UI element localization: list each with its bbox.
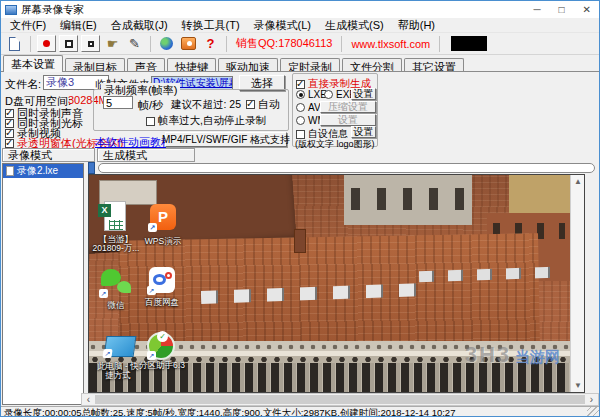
filename-label: 文件名: [5, 77, 41, 92]
baidu-netdisk-icon: ↗ [149, 267, 175, 293]
shortcut-arrow-icon: ↗ [102, 349, 112, 358]
wps-presentation-icon: ↗ [150, 204, 176, 230]
overload-stop-label: 帧率过大,自动停止录制 [158, 114, 266, 128]
tab-driver-accel[interactable]: 驱动加速 [218, 58, 278, 72]
checkbox-icon [296, 80, 305, 89]
menu-generate-mode[interactable]: 生成模式(S) [318, 18, 391, 32]
hand-tool-button[interactable]: ☛ [103, 35, 122, 52]
pen-icon: ✎ [129, 37, 140, 50]
toolbar: ☛ ✎ ? 销售QQ:178046113 www.tlxsoft.com [1, 32, 599, 55]
lxe-settings-button[interactable]: 设置 [351, 88, 376, 100]
sales-qq-text: 销售QQ:178046113 [233, 36, 335, 51]
seek-bar[interactable] [98, 163, 595, 173]
checkbox-icon [246, 100, 255, 109]
menu-file[interactable]: 文件(F) [3, 18, 53, 32]
menu-compose-capture[interactable]: 合成截取(J) [104, 18, 175, 32]
capture-button[interactable] [179, 35, 198, 52]
window-title: 屏幕录像专家 [21, 3, 84, 17]
file-icon [6, 166, 14, 176]
spreadsheet-grid-icon [109, 220, 123, 230]
pause-button[interactable] [81, 35, 100, 52]
toolbar-separator [341, 36, 342, 52]
record-button[interactable] [37, 35, 56, 52]
scroll-down-icon[interactable]: ▼ [571, 379, 585, 392]
direct-generate-group: 直接录制生成 LXE EXE 设置 AVI 压缩设置 WMV 设置 [292, 73, 378, 147]
overload-stop-checkbox[interactable]: 帧率过大,自动停止录制 [146, 114, 266, 128]
stop-icon [65, 40, 73, 48]
help-button[interactable]: ? [201, 35, 220, 52]
radio-icon [296, 90, 305, 99]
this-pc-label-line2: 捷方式 [89, 371, 151, 380]
excel-document-icon: X [100, 201, 126, 233]
copyright-note: (版权文字 logo图形) [295, 138, 375, 151]
toolbar-separator [439, 36, 440, 52]
this-pc-icon: ↗ [104, 336, 137, 357]
watermark-site-text: 当游网 [515, 348, 560, 367]
scroll-left-icon[interactable]: ‹ [82, 394, 95, 405]
basic-settings-panel: 文件名: 临时文件夹: D:\软件试安装\屏幕录像专 选择 D盘可用空间: 30… [1, 71, 599, 148]
menu-convert-tools[interactable]: 转换工具(T) [175, 18, 247, 32]
baidu-label: 百度网盘 [135, 298, 189, 307]
minimize-icon[interactable]: ─ [533, 5, 540, 15]
radio-icon [324, 90, 333, 99]
seek-bar-thumb[interactable] [88, 162, 95, 174]
black-preview-box [451, 36, 487, 51]
maximize-icon[interactable]: □ [559, 5, 565, 15]
preview-area: X 【当游】 201809-万... ↗ WPS演示 ↗ 微信 ↗ 百度网盘 [88, 174, 585, 393]
website-button[interactable] [157, 35, 176, 52]
tab-scheduled-record[interactable]: 定时录制 [280, 58, 340, 72]
tab-record-target[interactable]: 录制目标 [65, 58, 125, 72]
generate-mode-panel-tab[interactable]: 生成模式 [97, 148, 195, 162]
website-link[interactable]: www.tlxsoft.com [348, 38, 433, 50]
tab-file-split[interactable]: 文件分割 [342, 58, 402, 72]
wps-label: WPS演示 [133, 237, 193, 246]
toolbar-separator [226, 36, 227, 52]
chimney [294, 229, 306, 253]
menu-help[interactable]: 帮助(H) [391, 18, 442, 32]
tan-building [509, 175, 570, 217]
custom-info-settings-button[interactable]: 设置 [351, 126, 376, 138]
excel-badge-icon: X [98, 204, 111, 217]
status-text: 录像长度:00:00:05总帧数:25,速度:5帧/秒,宽度:1440,高度:9… [4, 407, 455, 417]
format-lxe-radio[interactable]: LXE [296, 89, 327, 100]
recording-preview-image: X 【当游】 201809-万... ↗ WPS演示 ↗ 微信 ↗ 百度网盘 [89, 175, 570, 392]
menu-edit[interactable]: 编辑(E) [53, 18, 104, 32]
frame-rate-unit: 帧/秒 [138, 98, 163, 113]
shortcut-arrow-icon: ↗ [99, 289, 108, 298]
netdisk-knot-icon [165, 272, 172, 279]
menu-record-mode[interactable]: 录像模式(L) [247, 18, 318, 32]
scrollbar-thumb[interactable] [95, 395, 585, 404]
status-bar: 录像长度:00:00:05总帧数:25,速度:5帧/秒,宽度:1440,高度:9… [1, 406, 599, 417]
watermark: 3H3 当游网 [465, 342, 560, 368]
resize-grip-icon[interactable] [587, 406, 599, 417]
chat-bubble-icon [117, 281, 131, 293]
format-support-button[interactable]: MP4/FLV/SWF/GIF 格式支持 [165, 132, 287, 147]
horizontal-scrollbar[interactable]: ‹ › [81, 393, 599, 406]
tab-other-settings[interactable]: 其它设置 [404, 58, 464, 72]
record-icon [43, 40, 50, 47]
pen-tool-button[interactable]: ✎ [125, 35, 144, 52]
help-icon: ? [207, 36, 215, 51]
tab-basic-settings[interactable]: 基本设置 [3, 55, 63, 72]
new-file-button[interactable] [5, 35, 24, 52]
new-file-icon [9, 37, 20, 51]
gray-building-windows [351, 188, 465, 210]
scroll-up-icon[interactable]: ▲ [571, 175, 585, 188]
shortcut-arrow-icon: ↗ [148, 223, 157, 232]
auto-checkbox[interactable]: 自动 [246, 97, 280, 112]
list-item[interactable]: 录像2.lxe [3, 164, 83, 178]
record-mode-panel-tab[interactable]: 录像模式 [2, 148, 95, 162]
recording-file-list[interactable]: 录像2.lxe [2, 163, 84, 405]
title-bar: 屏幕录像专家 ─ □ ✕ [1, 1, 599, 18]
wechat-label: 微信 [91, 301, 141, 310]
close-icon[interactable]: ✕ [583, 5, 591, 15]
tab-hotkeys[interactable]: 快捷键 [167, 58, 216, 72]
stop-button[interactable] [59, 35, 78, 52]
scroll-right-icon[interactable]: › [585, 394, 598, 405]
vertical-scrollbar[interactable]: ▲ ▼ [570, 175, 584, 392]
radio-icon [296, 103, 305, 112]
tab-sound[interactable]: 声音 [127, 58, 165, 72]
check-badge-icon: ✓ [157, 331, 168, 342]
app-icon [5, 5, 17, 15]
frame-rate-input[interactable] [103, 96, 133, 109]
